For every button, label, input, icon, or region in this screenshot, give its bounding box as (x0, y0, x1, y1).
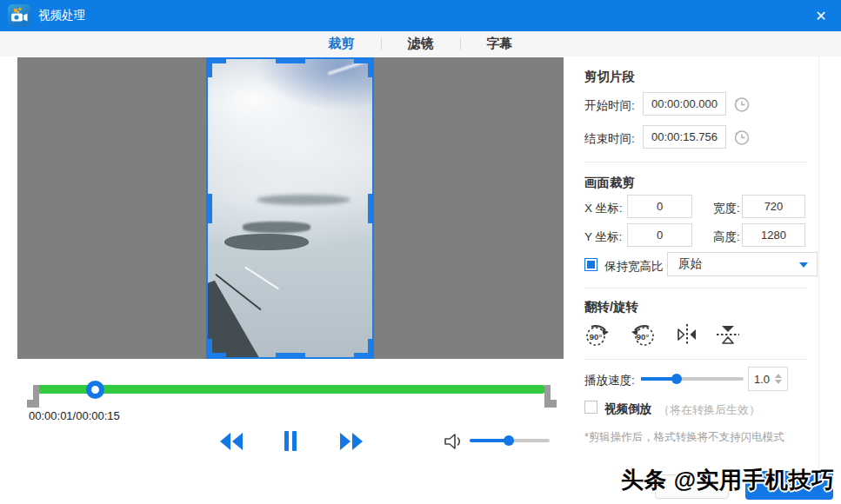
crop-handle-left[interactable] (206, 194, 212, 223)
video-frame (206, 57, 374, 359)
keep-aspect-label: 保持宽高比 (604, 259, 664, 275)
speed-thumb[interactable] (671, 374, 682, 384)
reverse-video-checkbox[interactable] (584, 401, 597, 414)
rotate-ccw-90-icon[interactable]: 90° (628, 321, 659, 350)
title-bar: 视频处理 ✕ (0, 0, 841, 31)
timeline-track[interactable] (35, 385, 544, 394)
height-input[interactable] (742, 223, 805, 247)
crop-handle-top[interactable] (276, 57, 305, 63)
aspect-ratio-value: 原始 (678, 256, 702, 272)
panel-scroll-edge (818, 56, 819, 471)
edit-note: *剪辑操作后，格式转换将不支持闪电模式 (584, 430, 784, 445)
end-time-label: 结束时间: (584, 131, 635, 147)
x-coord-label: X 坐标: (584, 201, 623, 216)
keep-aspect-checkbox[interactable] (584, 258, 597, 271)
crop-handle-bottom-left[interactable] (206, 339, 226, 359)
crop-handle-right[interactable] (368, 194, 374, 223)
trim-handle-start[interactable] (27, 385, 39, 408)
app-camera-icon (8, 4, 30, 27)
close-icon[interactable]: ✕ (806, 0, 836, 31)
rewind-icon[interactable] (219, 433, 243, 454)
flip-vertical-icon[interactable] (715, 322, 746, 352)
end-time-input[interactable] (643, 125, 726, 149)
tab-filter[interactable]: 滤镜 (403, 36, 439, 52)
speed-spinbox[interactable]: 1.0 (748, 367, 788, 391)
crop-handle-top-left[interactable] (206, 57, 226, 77)
tab-crop[interactable]: 裁剪 (324, 36, 360, 52)
crop-handle-bottom[interactable] (276, 353, 305, 359)
height-label: 高度: (713, 229, 740, 245)
spin-up-icon[interactable] (775, 374, 782, 378)
volume-icon[interactable] (444, 433, 464, 454)
window-title: 视频处理 (38, 0, 85, 31)
reverse-video-hint: （将在转换后生效） (658, 402, 760, 418)
transform-section-title: 翻转/旋转 (584, 299, 638, 315)
trim-foot (544, 400, 557, 408)
tab-subtitle[interactable]: 字幕 (482, 36, 518, 52)
fast-forward-icon[interactable] (340, 433, 364, 454)
speed-label: 播放速度: (584, 373, 635, 388)
spin-down-icon[interactable] (775, 380, 782, 384)
trim-foot (27, 400, 39, 408)
speed-slider[interactable] (641, 377, 744, 381)
tab-separator (460, 38, 461, 50)
svg-text:90°: 90° (637, 332, 650, 342)
svg-text:90°: 90° (590, 332, 603, 342)
aspect-ratio-dropdown[interactable]: 原始 (667, 252, 818, 276)
rotate-cw-90-icon[interactable]: 90° (583, 321, 614, 350)
crop-handle-bottom-right[interactable] (354, 339, 374, 359)
divider (584, 359, 807, 360)
divider (584, 288, 807, 288)
width-label: 宽度: (713, 201, 740, 216)
pause-icon[interactable] (284, 431, 297, 454)
width-input[interactable] (742, 195, 805, 218)
start-time-reset-icon[interactable] (733, 96, 751, 113)
checkbox-check (587, 261, 595, 269)
y-coord-label: Y 坐标: (584, 229, 622, 245)
x-coord-input[interactable] (627, 195, 692, 218)
watermark-text: 头条 @实用手机技巧 (621, 465, 835, 495)
crop-handle-top-right[interactable] (354, 57, 374, 77)
video-processing-window: 视频处理 ✕ 裁剪 滤镜 字幕 (0, 0, 841, 504)
time-display: 00:00:01/00:00:15 (29, 409, 120, 422)
divider (584, 162, 807, 162)
speed-value: 1.0 (754, 373, 770, 386)
start-time-input[interactable] (643, 92, 726, 116)
volume-thumb[interactable] (504, 435, 514, 446)
playhead[interactable] (86, 381, 104, 399)
start-time-label: 开始时间: (584, 98, 635, 114)
y-coord-input[interactable] (627, 223, 692, 247)
reverse-video-label: 视频倒放 (604, 401, 651, 417)
tab-bar: 裁剪 滤镜 字幕 (0, 31, 841, 56)
crop-section-title: 画面裁剪 (584, 175, 635, 191)
cut-section-title: 剪切片段 (584, 69, 635, 85)
crop-selection[interactable] (206, 57, 374, 359)
flip-horizontal-icon[interactable] (675, 322, 706, 352)
end-time-reset-icon[interactable] (733, 129, 751, 146)
tab-separator (381, 38, 382, 50)
preview-canvas (17, 57, 564, 359)
chevron-down-icon (799, 262, 808, 268)
trim-handle-end[interactable] (544, 385, 557, 408)
volume-slider[interactable] (470, 439, 550, 442)
